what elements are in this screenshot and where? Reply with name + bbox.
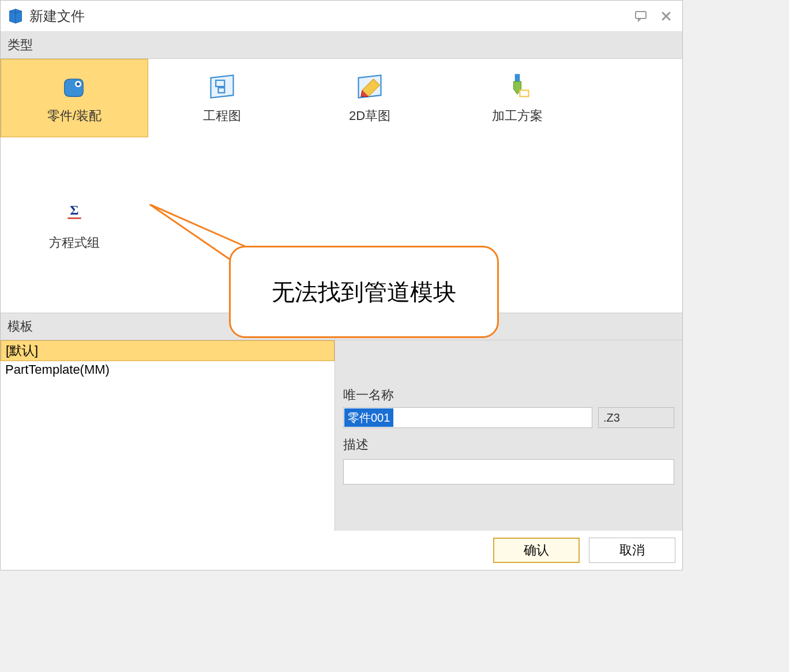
titlebar: 新建文件	[1, 1, 682, 32]
svg-point-2	[77, 82, 80, 85]
annotation-callout: 无法找到管道模块	[229, 246, 499, 338]
name-value-selection: 零件001	[344, 408, 393, 427]
sketch-icon	[355, 72, 385, 102]
drawing-icon	[207, 72, 237, 102]
svg-rect-5	[515, 74, 520, 81]
svg-rect-0	[636, 12, 646, 18]
type-label: 2D草图	[349, 107, 390, 125]
machining-icon	[502, 72, 532, 102]
name-row: 零件001 .Z3	[343, 407, 674, 428]
type-item-2d-sketch[interactable]: 2D草图	[296, 59, 444, 137]
type-item-part-assembly[interactable]: 零件/装配	[1, 59, 148, 137]
part-icon	[59, 72, 89, 102]
type-label: 加工方案	[492, 107, 543, 125]
name-input[interactable]: 零件001	[343, 407, 592, 428]
type-item-equation[interactable]: Σ 方程式组	[1, 186, 148, 264]
desc-field-label: 描述	[343, 436, 674, 453]
template-row-mm[interactable]: PartTemplate(MM)	[1, 361, 335, 378]
info-panel: 信息 唯一名称 零件001 .Z3 描述	[335, 313, 682, 531]
info-body: 唯一名称 零件001 .Z3 描述	[335, 340, 682, 493]
equation-icon: Σ	[59, 198, 89, 228]
dialog-title: 新建文件	[29, 7, 625, 25]
type-item-machining[interactable]: 加工方案	[444, 59, 591, 137]
cancel-button[interactable]: 取消	[589, 538, 675, 563]
svg-rect-6	[520, 91, 528, 97]
template-list: [默认] PartTemplate(MM)	[1, 340, 335, 531]
lower-panels: 模板 [默认] PartTemplate(MM) 信息 唯一名称 零件001 .…	[1, 313, 682, 531]
type-grid: 零件/装配 工程图 2D草图	[1, 59, 682, 313]
type-item-drawing[interactable]: 工程图	[148, 59, 296, 137]
template-panel: 模板 [默认] PartTemplate(MM)	[1, 313, 335, 531]
new-file-dialog: 新建文件 类型 零件/装配	[0, 0, 683, 570]
ok-button[interactable]: 确认	[493, 538, 580, 563]
description-input[interactable]	[343, 459, 674, 485]
type-label: 零件/装配	[47, 107, 102, 125]
button-bar: 确认 取消	[1, 531, 682, 570]
extension-box[interactable]: .Z3	[598, 407, 674, 428]
app-icon	[7, 8, 24, 24]
type-label: 方程式组	[49, 234, 100, 251]
type-section-header: 类型	[1, 32, 682, 59]
name-field-label: 唯一名称	[343, 386, 674, 404]
type-label: 工程图	[203, 107, 241, 125]
feedback-icon[interactable]	[632, 7, 650, 25]
callout-text: 无法找到管道模块	[272, 276, 456, 308]
template-row-default[interactable]: [默认]	[1, 340, 335, 361]
close-icon[interactable]	[657, 7, 675, 25]
svg-text:Σ: Σ	[70, 202, 78, 217]
